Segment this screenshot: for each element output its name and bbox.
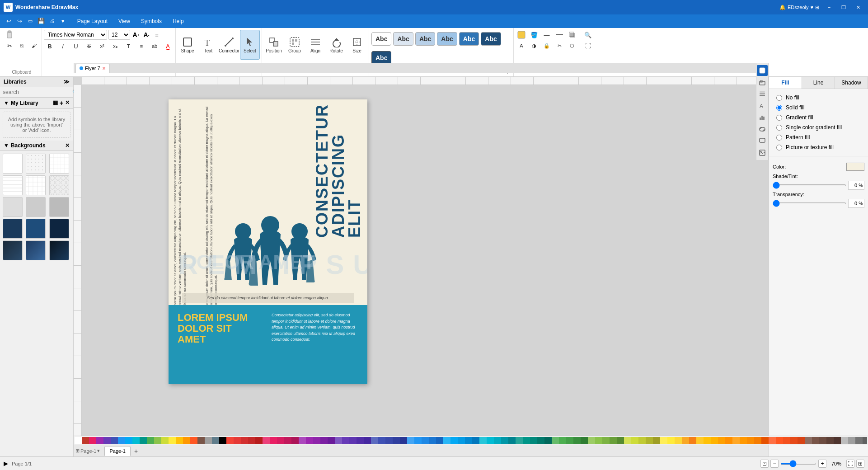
canvas-area[interactable]: CONSECTETURADIPISCINGELIT Lorem ipsum do…: [74, 77, 769, 456]
lock-button[interactable]: 🔒: [541, 41, 553, 51]
color-swatch-bgray[interactable]: [212, 437, 219, 444]
bg-thumb-5[interactable]: [26, 175, 46, 195]
bg-thumb-11[interactable]: [26, 219, 46, 239]
color-swatch-pink[interactable]: [89, 437, 96, 444]
restore-button[interactable]: ❐: [837, 3, 850, 12]
subscript-button[interactable]: x₂: [109, 41, 121, 51]
bullets-button[interactable]: ≡: [136, 41, 147, 51]
zoom-slider[interactable]: [780, 463, 816, 465]
shape-panel-icon[interactable]: [757, 77, 768, 88]
position-button[interactable]: Position: [264, 30, 284, 60]
fit-button[interactable]: ⛶: [846, 460, 854, 468]
font-increase-button[interactable]: A+: [131, 30, 141, 39]
select-button[interactable]: Select: [240, 30, 260, 60]
bg-thumb-10[interactable]: [3, 219, 23, 239]
style-btn-7[interactable]: Abc: [371, 51, 391, 65]
library-add-button[interactable]: +: [60, 99, 63, 107]
sidebar-toggle-button[interactable]: ≫: [64, 79, 70, 85]
numbering-button[interactable]: ab: [149, 41, 160, 51]
font-color-button[interactable]: A̲: [162, 41, 174, 51]
transparency-value[interactable]: [848, 199, 864, 208]
size-button[interactable]: Size: [347, 30, 367, 60]
settings-button[interactable]: ▾: [58, 16, 68, 26]
rotate-button[interactable]: Rotate: [326, 30, 346, 60]
color-swatch-black[interactable]: [219, 437, 226, 444]
new-button[interactable]: ▭: [25, 16, 35, 26]
undo-button[interactable]: ↩: [4, 16, 14, 26]
style-btn-6[interactable]: Abc: [481, 32, 501, 46]
link-panel-icon[interactable]: [757, 124, 768, 135]
color-swatch-teal[interactable]: [140, 437, 147, 444]
bg-thumb-2[interactable]: [26, 154, 46, 174]
backgrounds-close-button[interactable]: ✕: [65, 142, 70, 149]
zoom-minus-button[interactable]: −: [770, 460, 779, 468]
fill-pattern-option[interactable]: Pattern fill: [773, 132, 864, 142]
tab-shadow[interactable]: Shadow: [835, 77, 868, 89]
connector-button[interactable]: Connector: [219, 30, 239, 60]
shadow-button[interactable]: [566, 30, 578, 40]
color-swatch-red[interactable]: [82, 437, 89, 444]
transparency-slider[interactable]: [773, 202, 846, 204]
menu-view[interactable]: View: [113, 15, 136, 27]
minimize-button[interactable]: −: [823, 3, 835, 12]
align-button[interactable]: Align: [305, 30, 325, 60]
underline-button[interactable]: U: [70, 41, 82, 51]
page-tab-1[interactable]: Page-1: [104, 446, 130, 456]
backgrounds-header[interactable]: ▼ Backgrounds ✕: [0, 141, 73, 151]
color-swatch-gray[interactable]: [205, 437, 212, 444]
format-panel-icon[interactable]: A: [757, 100, 768, 111]
style-btn-1[interactable]: Abc: [371, 32, 391, 46]
menu-page-layout[interactable]: Page Layout: [72, 15, 113, 27]
clear-format2-button[interactable]: T̲: [122, 41, 134, 51]
tab-close-button[interactable]: ✕: [102, 66, 106, 71]
bg-thumb-3[interactable]: [49, 154, 69, 174]
document-tab[interactable]: Flyer 7 ✕: [75, 64, 110, 73]
clear-format-button[interactable]: ≡: [152, 30, 161, 39]
print-button[interactable]: 🖨: [47, 16, 57, 26]
style-btn-5[interactable]: Abc: [459, 32, 479, 46]
line-color-button[interactable]: —: [541, 30, 553, 40]
menu-help[interactable]: Help: [167, 15, 189, 27]
text-button[interactable]: T Text: [198, 30, 218, 60]
zoom-plus-button[interactable]: +: [818, 460, 826, 468]
color-swatch-white[interactable]: [75, 437, 82, 444]
fullscreen-button[interactable]: ⛶: [582, 41, 594, 51]
bg-thumb-15[interactable]: [49, 240, 69, 260]
bg-thumb-1[interactable]: [3, 154, 23, 174]
copy-button[interactable]: ⎘: [16, 41, 28, 51]
save-button[interactable]: 💾: [36, 16, 46, 26]
color-swatch-purple[interactable]: [96, 437, 103, 444]
document-canvas[interactable]: CONSECTETURADIPISCINGELIT Lorem ipsum do…: [169, 99, 367, 384]
color-swatch-cyan[interactable]: [132, 437, 140, 444]
chart-panel-icon[interactable]: [757, 112, 768, 123]
color-swatch-dorange[interactable]: [190, 437, 197, 444]
tab-line[interactable]: Line: [802, 77, 835, 89]
color-swatch-green[interactable]: [147, 437, 154, 444]
bg-thumb-9[interactable]: [49, 197, 69, 217]
superscript-button[interactable]: x²: [96, 41, 108, 51]
window-controls[interactable]: − ❐ ✕: [823, 3, 864, 12]
bg-thumb-4[interactable]: [3, 175, 23, 195]
bold-button[interactable]: B: [44, 41, 56, 51]
color-swatch-dpurple[interactable]: [103, 437, 111, 444]
crop-button[interactable]: ✂: [554, 41, 565, 51]
cut-button[interactable]: ✂: [4, 41, 15, 51]
shape-button[interactable]: Shape: [178, 30, 197, 60]
color-swatch-amber[interactable]: [176, 437, 183, 444]
color-swatch-indigo[interactable]: [111, 437, 118, 444]
library-close-button[interactable]: ✕: [65, 99, 70, 107]
fill-solid-option[interactable]: Solid fill: [773, 103, 864, 113]
fill-bucket-button[interactable]: 🪣: [528, 30, 540, 40]
redo-button[interactable]: ↪: [14, 16, 24, 26]
arrange-button[interactable]: ⬡: [566, 41, 578, 51]
color-swatch-orange[interactable]: [183, 437, 190, 444]
format-painter-button[interactable]: 🖌: [28, 41, 40, 51]
style-btn-3[interactable]: Abc: [415, 32, 435, 46]
italic-button[interactable]: I: [57, 41, 69, 51]
font-size2-button[interactable]: A: [516, 41, 527, 51]
fill-panel-icon[interactable]: [757, 65, 768, 76]
fill-texture-option[interactable]: Picture or texture fill: [773, 142, 864, 152]
layer-panel-icon[interactable]: [757, 89, 768, 99]
bg-thumb-7[interactable]: [3, 197, 23, 217]
color-swatch-blue[interactable]: [118, 437, 125, 444]
